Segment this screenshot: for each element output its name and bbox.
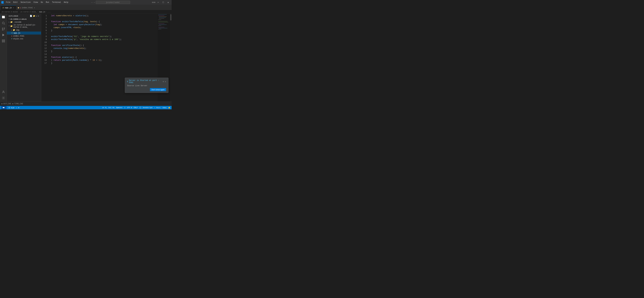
notification-popup: ℹ Server is Started at port : 5501 ⚙ ✕ S…: [125, 78, 168, 93]
code-line-13: }: [48, 50, 158, 53]
project-name: JS-CURSO-2-AULA1: [10, 18, 27, 20]
nav-forward-button[interactable]: →: [94, 1, 95, 4]
language-mode-indicator[interactable]: {} JavaScript: [139, 107, 153, 109]
code-line-1: let numeroSecreto = alatorio();: [48, 14, 158, 17]
code-line-4: let campo = document.querySelector(tag);: [48, 23, 158, 26]
notification-body: Source Live Server: [127, 85, 166, 87]
svg-rect-22: [159, 25, 166, 25]
indexhtml-name: index.html: [13, 35, 24, 37]
close-button[interactable]: ✕: [166, 1, 170, 4]
svg-rect-13: [158, 14, 167, 15]
svg-rect-16: [159, 17, 166, 18]
code-line-3: function exibirTextoNaTela(tag, texto) {: [48, 20, 158, 23]
timeline-label: TIMELINE: [14, 103, 23, 105]
activity-bar: [0, 14, 7, 102]
dont-show-again-button[interactable]: Don't show again: [150, 88, 166, 91]
breadcrumb-part-2[interactable]: js-curso-2-aula_: [20, 11, 37, 13]
menu-selection[interactable]: Selection: [19, 1, 32, 4]
notification-settings-icon[interactable]: ⚙: [163, 80, 164, 83]
sidebar-item-indexhtml[interactable]: ◎ index.html: [7, 35, 41, 38]
bell-icon[interactable]: 🔔: [168, 107, 170, 109]
collapse-all-icon[interactable]: ⊖: [38, 15, 39, 17]
remote-indicator[interactable]: [1, 106, 6, 109]
sidebar-item-appjs[interactable]: ⬡ app.js: [7, 32, 41, 35]
new-file-icon[interactable]: 📄: [30, 15, 32, 17]
sidebar-item-project-folder[interactable]: ▼ 📁 js-curso-2-aula1\js-curso-2-aula_: [7, 24, 41, 29]
menu-file[interactable]: File: [5, 1, 12, 4]
minimize-button[interactable]: ─: [156, 1, 160, 4]
menu-terminal[interactable]: Terminal: [51, 1, 62, 4]
editor-area: 12345 678910 1112131415 1617 let numeroS…: [41, 14, 172, 102]
tab-close-index-html[interactable]: ✕: [34, 7, 35, 9]
svg-rect-20: [158, 22, 168, 22]
menu-edit[interactable]: Edit: [12, 1, 19, 4]
extensions-icon[interactable]: [1, 38, 6, 44]
sidebar-item-img[interactable]: ▶ 📁 img: [7, 29, 41, 32]
svg-point-11: [3, 91, 4, 92]
outline-section[interactable]: ▶ OUTLINE: [2, 103, 11, 105]
menu-bar: File Edit Selection View Go Run Terminal…: [5, 1, 70, 4]
svg-marker-6: [2, 34, 4, 36]
breadcrumb-part-3[interactable]: app.js: [39, 11, 45, 13]
line-numbers: 12345 678910 1112131415 1617: [41, 14, 48, 102]
breadcrumb: js-curso-2-aula1 › js-curso-2-aula_ › ap…: [0, 10, 172, 14]
svg-point-1: [2, 22, 4, 24]
nav-back-button[interactable]: ←: [92, 1, 93, 4]
svg-rect-21: [158, 24, 164, 24]
chevron-right-timeline-icon: ▶: [12, 103, 14, 105]
sidebar-item-stylecss[interactable]: # style.css: [7, 38, 41, 40]
accounts-icon[interactable]: [1, 89, 6, 95]
settings-icon[interactable]: [1, 95, 6, 101]
sidebar-project-label[interactable]: ▼ JS-CURSO-2-AULA1: [7, 18, 41, 21]
explorer-icon[interactable]: [1, 15, 6, 20]
svg-rect-8: [4, 40, 4, 41]
menu-run[interactable]: Run: [44, 1, 50, 4]
svg-rect-10: [4, 41, 4, 42]
spaces-indicator[interactable]: Spaces: 2: [116, 107, 125, 109]
outline-label: OUTLINE: [3, 103, 11, 105]
menu-go[interactable]: Go: [40, 1, 44, 4]
encoding-indicator[interactable]: UTF-8: [127, 107, 132, 109]
notification-close-button[interactable]: ✕: [165, 80, 166, 83]
svg-rect-7: [2, 40, 3, 41]
search-icon[interactable]: [1, 21, 6, 26]
title-bar-right: ⊞⊟⊠ ─ □ ✕: [152, 1, 170, 4]
code-line-9: exibirTextoNaTela('p', 'escolha um númer…: [48, 38, 158, 41]
global-search-input[interactable]: [96, 1, 130, 4]
chevron-down-icon-2: ▼: [9, 25, 10, 27]
port-indicator[interactable]: ⚡ Port: 5501: [154, 107, 166, 109]
svg-rect-19: [158, 21, 168, 22]
svg-rect-9: [2, 41, 3, 42]
menu-help[interactable]: Help: [62, 1, 70, 4]
breadcrumb-part-4[interactable]: ...: [48, 11, 51, 13]
breadcrumb-part-1[interactable]: js-curso-2-aula1: [2, 11, 18, 13]
tab-app-js[interactable]: JS app.js ✕: [0, 5, 16, 10]
menu-view[interactable]: View: [32, 1, 39, 4]
maximize-button[interactable]: □: [161, 1, 165, 4]
layout-icon[interactable]: ⊞⊟⊠: [152, 1, 156, 4]
code-line-10: [48, 41, 158, 44]
sidebar-item-vscode[interactable]: ▶ 📁 .vscode: [7, 21, 41, 24]
editor-scrollbar[interactable]: [170, 14, 172, 102]
notification-header: ℹ Server is Started at port : 5501 ⚙ ✕: [127, 79, 166, 84]
warnings-count[interactable]: ⚠ 0: [16, 107, 19, 109]
refresh-icon[interactable]: ↻: [36, 15, 37, 17]
code-line-14: [48, 53, 158, 56]
tab-index-html[interactable]: ◎ index.html ✕: [16, 5, 37, 10]
svg-rect-14: [158, 16, 164, 16]
source-control-icon[interactable]: [1, 26, 6, 32]
ln-col-indicator[interactable]: Ln 0, Col 61: [102, 107, 114, 109]
line-ending-indicator[interactable]: CRLF: [134, 107, 138, 109]
svg-line-2: [4, 24, 5, 25]
svg-rect-26: [158, 29, 161, 29]
code-line-11: function verificarChute() {: [48, 44, 158, 47]
run-debug-icon[interactable]: [1, 32, 6, 38]
timeline-section[interactable]: ▶ TIMELINE: [12, 103, 23, 105]
js-file-icon: JS: [2, 7, 4, 9]
code-line-16: | return parseInt(Math.random() * 10 + 1…: [48, 59, 158, 62]
svg-rect-25: [159, 28, 168, 28]
tab-close-app-js[interactable]: ✕: [12, 7, 14, 9]
errors-warnings[interactable]: ⓪ 0△0: [8, 107, 14, 109]
code-line-5: campo.innerHTML =texto;: [48, 26, 158, 29]
new-folder-icon[interactable]: 📁: [33, 15, 36, 17]
